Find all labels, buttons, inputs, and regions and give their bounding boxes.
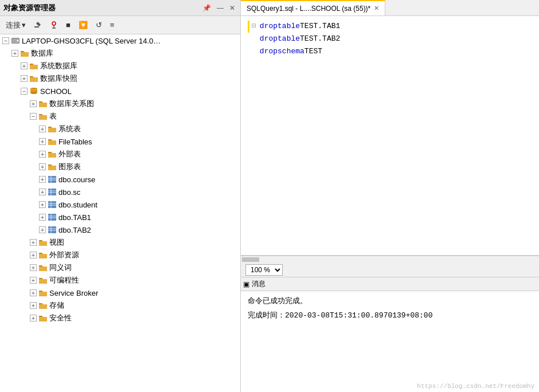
zoom-bar: 25 %50 %75 %100 %125 %150 %200 % xyxy=(241,262,539,277)
stop-button[interactable]: ■ xyxy=(64,19,73,30)
expand-btn-dbo-tab1[interactable]: + xyxy=(39,214,46,221)
tree-item-file-tables[interactable]: +FileTables xyxy=(0,135,240,148)
horizontal-scrollbar[interactable] xyxy=(241,256,539,262)
tree-item-dbo-tab1[interactable]: +dbo.TAB1 xyxy=(0,211,240,224)
svg-point-10 xyxy=(30,92,37,94)
svg-point-7 xyxy=(17,40,19,42)
expand-btn-ext-resources[interactable]: + xyxy=(30,252,37,258)
expand-btn-dbo-sc[interactable]: + xyxy=(39,189,46,195)
icon-security xyxy=(38,313,48,323)
zoom-select[interactable]: 25 %50 %75 %100 %125 %150 %200 % xyxy=(245,264,283,276)
refresh-button[interactable]: ↺ xyxy=(93,19,104,30)
panel-title: 对象资源管理器 xyxy=(3,3,56,13)
icon-storage xyxy=(38,301,48,310)
filter-button[interactable]: 🔽 xyxy=(76,19,90,30)
icon-dbo-sc xyxy=(48,187,57,197)
expand-btn-dbo-student[interactable]: + xyxy=(39,201,46,208)
sql-editor[interactable]: ⊟drop table TEST.TAB1⊟drop table TEST.TA… xyxy=(241,16,539,256)
expand-btn-school-tables[interactable]: − xyxy=(30,113,37,120)
expand-btn-db-snapshots[interactable]: + xyxy=(21,75,28,82)
svg-rect-12 xyxy=(48,176,56,183)
tree-view[interactable]: −LAPTOP-GHSO3CFL (SQL Server 14.0…+数据库+系… xyxy=(0,34,240,392)
tree-item-school[interactable]: −SCHOOL xyxy=(0,85,240,97)
label-ext-resources: 外部资源 xyxy=(49,250,79,260)
scroll-thumb[interactable] xyxy=(242,257,259,262)
panel-header: 对象资源管理器 📌 — ✕ xyxy=(0,0,240,16)
expand-btn-ext-tables[interactable]: + xyxy=(39,151,46,158)
tree-item-school-diagrams[interactable]: +数据库关系图 xyxy=(0,97,240,110)
tree-item-dbo-tab2[interactable]: +dbo.TAB2 xyxy=(0,224,240,236)
icon-school xyxy=(29,87,38,96)
expand-btn-programmability[interactable]: + xyxy=(30,277,37,284)
message-tab-label[interactable]: 消息 xyxy=(252,279,265,289)
icon-service-broker xyxy=(38,288,48,297)
expand-btn-storage[interactable]: + xyxy=(30,302,37,309)
properties-button[interactable]: ≡ xyxy=(108,19,117,30)
message-watermark: https://blog.csdn.net/Freedomhy xyxy=(417,383,534,390)
tree-item-views[interactable]: +视图 xyxy=(0,236,240,249)
icon-graph-tables xyxy=(48,162,57,171)
tree-item-databases[interactable]: +数据库 xyxy=(0,47,240,60)
label-dbo-tab2: dbo.TAB2 xyxy=(58,226,91,234)
expand-btn-graph-tables[interactable]: + xyxy=(39,163,46,170)
sql-token: table xyxy=(278,21,300,33)
tree-item-ext-tables[interactable]: +外部表 xyxy=(0,148,240,160)
tree-item-graph-tables[interactable]: +图形表 xyxy=(0,160,240,173)
expand-btn-security[interactable]: + xyxy=(30,315,37,322)
icon-file-tables xyxy=(48,137,57,146)
tree-item-storage[interactable]: +存储 xyxy=(0,299,240,312)
label-system-tables: 系统表 xyxy=(58,124,81,134)
tree-item-school-tables[interactable]: −表 xyxy=(0,110,240,123)
label-dbo-tab1: dbo.TAB1 xyxy=(58,213,91,222)
expand-btn-school-diagrams[interactable]: + xyxy=(30,100,37,107)
disconnect-button[interactable] xyxy=(48,20,60,30)
expand-btn-dbo-tab2[interactable]: + xyxy=(39,226,46,233)
sql-token: TEST xyxy=(300,33,318,45)
label-db-snapshots: 数据库快照 xyxy=(40,73,77,84)
object-explorer-panel: 对象资源管理器 📌 — ✕ 连接 ▾ ■ 🔽 ↺ ≡ xyxy=(0,0,241,392)
tree-item-server[interactable]: −LAPTOP-GHSO3CFL (SQL Server 14.0… xyxy=(0,34,240,47)
expand-btn-databases[interactable]: + xyxy=(11,50,18,57)
tree-item-ext-resources[interactable]: +外部资源 xyxy=(0,249,240,261)
tree-item-security[interactable]: +安全性 xyxy=(0,312,240,324)
label-system-dbs: 系统数据库 xyxy=(40,61,77,71)
expand-btn-dbo-course[interactable]: + xyxy=(39,176,46,183)
expand-btn-system-tables[interactable]: + xyxy=(39,126,46,132)
expand-btn-school[interactable]: − xyxy=(21,88,28,95)
expand-btn-views[interactable]: + xyxy=(30,239,37,246)
label-databases: 数据库 xyxy=(31,48,53,58)
svg-rect-20 xyxy=(48,201,56,208)
expand-btn-file-tables[interactable]: + xyxy=(39,138,46,145)
tree-item-dbo-sc[interactable]: +dbo.sc xyxy=(0,186,240,198)
minimize-button[interactable]: — xyxy=(215,3,225,13)
sql-line-1: ⊟drop table TEST.TAB2 xyxy=(248,33,532,45)
query-tab[interactable]: SQLQuery1.sql - L....SCHOOL (sa (55))* ✕ xyxy=(241,0,385,15)
connect-button[interactable]: 连接 ▾ xyxy=(3,19,28,32)
tree-item-db-snapshots[interactable]: +数据库快照 xyxy=(0,72,240,85)
tree-item-system-tables[interactable]: +系统表 xyxy=(0,123,240,135)
tree-item-service-broker[interactable]: +Service Broker xyxy=(0,287,240,299)
icon-dbo-tab2 xyxy=(48,225,57,234)
close-panel-button[interactable]: ✕ xyxy=(228,3,237,13)
icon-db-snapshots xyxy=(29,74,38,83)
expand-btn-synonyms[interactable]: + xyxy=(30,264,37,271)
expand-btn-system-dbs[interactable]: + xyxy=(21,62,28,69)
tree-item-synonyms[interactable]: +同义词 xyxy=(0,261,240,274)
tree-item-programmability[interactable]: +可编程性 xyxy=(0,274,240,287)
connect-dropdown-icon[interactable]: ▾ xyxy=(22,21,26,29)
icon-system-tables xyxy=(48,124,57,134)
tab-close-button[interactable]: ✕ xyxy=(374,5,379,12)
tree-item-dbo-course[interactable]: +dbo.course xyxy=(0,173,240,186)
icon-views xyxy=(38,238,48,247)
connect-label: 连接 xyxy=(6,20,21,30)
new-query-button[interactable] xyxy=(32,20,44,30)
expand-btn-server[interactable]: − xyxy=(2,37,9,44)
svg-rect-24 xyxy=(48,214,56,221)
pin-button[interactable]: 📌 xyxy=(201,3,213,13)
expand-btn-service-broker[interactable]: + xyxy=(30,289,37,296)
svg-rect-11 xyxy=(30,91,37,92)
message-line-2: 完成时间：2020-03-08T15:31:00.8970139+08:00 xyxy=(248,310,532,322)
tree-item-system-dbs[interactable]: +系统数据库 xyxy=(0,60,240,72)
sql-token: drop xyxy=(260,46,278,58)
tree-item-dbo-student[interactable]: +dbo.student xyxy=(0,198,240,211)
